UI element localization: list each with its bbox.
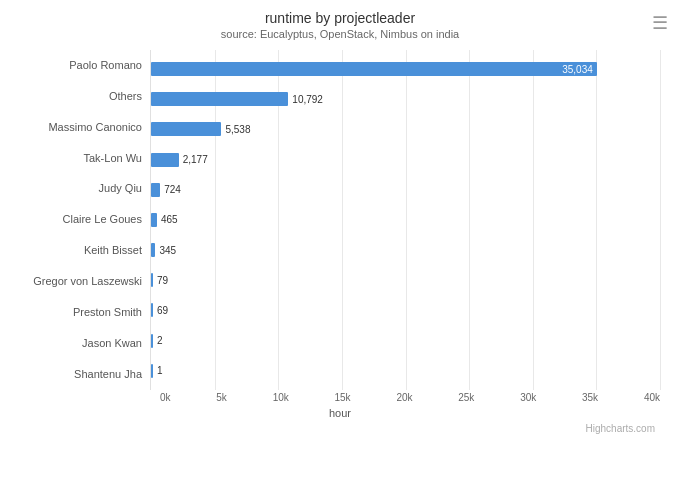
x-ticks: 0k5k10k15k20k25k30k35k40k: [160, 392, 660, 403]
bar: [151, 243, 155, 257]
x-tick: 30k: [520, 392, 536, 403]
bar-row: 345: [151, 239, 660, 261]
x-tick: 0k: [160, 392, 171, 403]
y-label: Shantenu Jha: [20, 368, 142, 381]
bar-row: 10,792: [151, 88, 660, 110]
x-tick: 10k: [273, 392, 289, 403]
y-label: Paolo Romano: [20, 59, 142, 72]
bar: [151, 213, 157, 227]
bar: [151, 273, 153, 287]
bar: [151, 92, 288, 106]
x-axis-title: hour: [20, 407, 660, 419]
bar-value-outside: 10,792: [292, 94, 323, 105]
bars-area: 35,03410,7925,5382,177724465345796921: [150, 50, 660, 390]
chart-title: runtime by projectleader: [10, 10, 670, 26]
y-label: Massimo Canonico: [20, 121, 142, 134]
bar: [151, 334, 153, 348]
y-label: Others: [20, 90, 142, 103]
bar-row: 465: [151, 209, 660, 231]
x-tick: 35k: [582, 392, 598, 403]
bar-value-outside: 1: [157, 365, 163, 376]
y-label: Claire Le Goues: [20, 213, 142, 226]
chart-subtitle: source: Eucalyptus, OpenStack, Nimbus on…: [10, 28, 670, 40]
bar-row: 79: [151, 269, 660, 291]
chart-container: runtime by projectleader source: Eucalyp…: [0, 0, 680, 500]
chart-inner: Paolo RomanoOthersMassimo CanonicoTak-Lo…: [20, 50, 660, 390]
bar-row: 724: [151, 179, 660, 201]
y-label: Judy Qiu: [20, 182, 142, 195]
x-tick: 40k: [644, 392, 660, 403]
y-label: Keith Bisset: [20, 244, 142, 257]
bars-wrapper: 35,03410,7925,5382,177724465345796921: [151, 50, 660, 390]
bar-row: 35,034: [151, 58, 660, 80]
bar-value-outside: 345: [159, 245, 176, 256]
y-label: Jason Kwan: [20, 337, 142, 350]
bar-row: 69: [151, 299, 660, 321]
chart-area: Paolo RomanoOthersMassimo CanonicoTak-Lo…: [10, 50, 670, 434]
bar-value-outside: 2: [157, 335, 163, 346]
bar-row: 5,538: [151, 118, 660, 140]
bar: [151, 153, 179, 167]
bar-value-outside: 5,538: [225, 124, 250, 135]
bar-value-outside: 465: [161, 214, 178, 225]
x-tick: 15k: [335, 392, 351, 403]
bar-value-outside: 2,177: [183, 154, 208, 165]
bar-row: 1: [151, 360, 660, 382]
x-tick: 5k: [216, 392, 227, 403]
x-tick: 20k: [396, 392, 412, 403]
bar-value-outside: 69: [157, 305, 168, 316]
highcharts-credit: Highcharts.com: [20, 423, 660, 434]
x-axis-labels: 0k5k10k15k20k25k30k35k40k: [20, 392, 660, 403]
x-tick: 25k: [458, 392, 474, 403]
y-label: Gregor von Laszewski: [20, 275, 142, 288]
bar: [151, 183, 160, 197]
grid-line: [660, 50, 661, 390]
bar-value-inside: 35,034: [562, 64, 593, 75]
bar-row: 2,177: [151, 149, 660, 171]
bar-row: 2: [151, 330, 660, 352]
bar: [151, 364, 153, 378]
bar: 35,034: [151, 62, 597, 76]
bar: [151, 122, 221, 136]
bar-value-outside: 724: [164, 184, 181, 195]
bar-value-outside: 79: [157, 275, 168, 286]
y-label: Preston Smith: [20, 306, 142, 319]
bar: [151, 303, 153, 317]
y-label: Tak-Lon Wu: [20, 152, 142, 165]
y-labels: Paolo RomanoOthersMassimo CanonicoTak-Lo…: [20, 50, 150, 390]
hamburger-icon[interactable]: ☰: [652, 12, 668, 34]
